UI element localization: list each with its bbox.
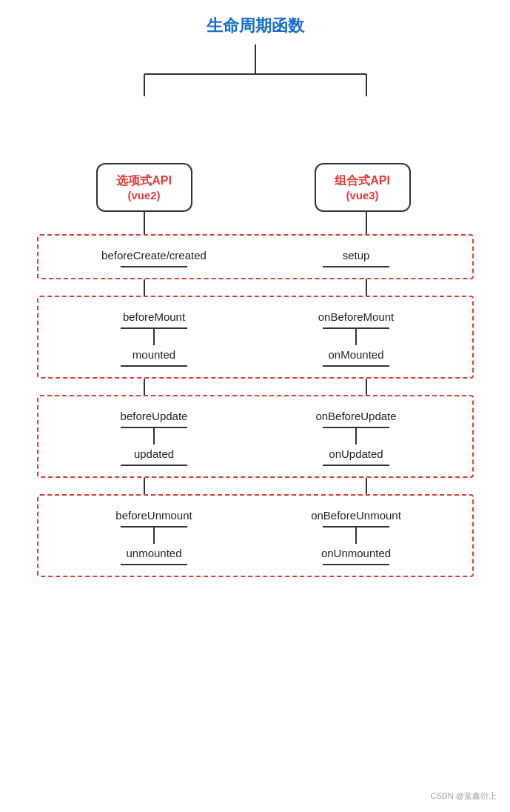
left-api-wrapper: 选项式API (vue2)	[37, 163, 252, 212]
section-2-left-label1: beforeMount	[123, 307, 185, 326]
section-2-left-col2: mounted	[53, 345, 255, 367]
section-3-row2: updated onUpdated	[53, 445, 457, 466]
section-2-right-col1: onBeforeMount	[255, 307, 457, 345]
section-3-left-vline1	[153, 428, 155, 445]
section-3-left-label1: beforeUpdate	[121, 407, 188, 425]
section-1: beforeCreate/created setup	[37, 234, 474, 279]
section-3-left-col1: beforeUpdate	[53, 407, 255, 445]
section-2-right-label1: onBeforeMount	[318, 307, 395, 326]
section-3-right-label1: onBeforeUpdate	[315, 407, 396, 425]
section-3-right-underline2	[323, 465, 389, 466]
right-api-box: 组合式API (vue3)	[315, 163, 411, 212]
section-1-left-col: beforeCreate/created	[53, 246, 255, 267]
section-1-right-underline	[323, 266, 389, 267]
section-4-left-col2: unmounted	[53, 544, 255, 565]
section-3-left-underline2	[121, 465, 187, 466]
right-api-line1: 组合式API	[331, 173, 395, 189]
left-api-box: 选项式API (vue2)	[96, 163, 192, 212]
section-4-row1: beforeUnmount onBeforeUnmount	[53, 506, 457, 544]
api-to-section1-svg	[37, 212, 474, 234]
page-container: 生命周期函数 选项式API (vue2)	[0, 0, 510, 812]
section-4-right-underline2	[323, 564, 389, 565]
connector-2-3	[37, 379, 474, 395]
section-3-right-label2: onUpdated	[329, 445, 383, 463]
section-4-right-label2: onUnmounted	[321, 544, 391, 562]
section-4-left-col1: beforeUnmount	[53, 506, 255, 544]
section-2-left-label2: mounted	[132, 345, 175, 364]
section-2: beforeMount onBeforeMount mounted onMoun	[37, 296, 474, 379]
diagram: 生命周期函数 选项式API (vue2)	[22, 15, 488, 577]
section-2-left-underline2	[121, 365, 187, 367]
section-3-right-col2: onUpdated	[255, 445, 457, 466]
section-4-right-vline1	[355, 528, 357, 544]
section-1-left-label: beforeCreate/created	[101, 246, 207, 264]
section-2-right-vline1	[355, 329, 357, 345]
connector-3-4	[37, 478, 474, 494]
top-branch-svg	[37, 44, 474, 163]
right-api-line2: (vue3)	[331, 189, 395, 202]
section-1-row: beforeCreate/created setup	[53, 246, 457, 267]
page-title: 生命周期函数	[207, 15, 304, 37]
connector-1-2	[37, 279, 474, 296]
section-3-right-col1: onBeforeUpdate	[255, 407, 457, 445]
section-2-row1: beforeMount onBeforeMount	[53, 307, 457, 345]
right-api-wrapper: 组合式API (vue3)	[252, 163, 474, 212]
section-1-right-label: setup	[343, 246, 370, 264]
section-2-right-label2: onMounted	[328, 345, 383, 364]
section-3-row1: beforeUpdate onBeforeUpdate	[53, 407, 457, 445]
section-4-right-col2: onUnmounted	[255, 544, 457, 565]
section-4-left-underline2	[121, 564, 187, 565]
section-2-right-underline2	[323, 365, 389, 367]
section-4-left-vline1	[153, 528, 155, 544]
section-4-row2: unmounted onUnmounted	[53, 544, 457, 565]
section-3: beforeUpdate onBeforeUpdate updated onUp	[37, 395, 474, 478]
section-1-left-underline	[121, 266, 187, 267]
section-1-right-col: setup	[255, 246, 457, 267]
section-2-right-col2: onMounted	[255, 345, 457, 367]
left-api-line1: 选项式API	[113, 173, 176, 189]
section-3-left-label2: updated	[134, 445, 174, 463]
api-boxes-row: 选项式API (vue2) 组合式API (vue3)	[22, 163, 488, 212]
section-2-left-vline1	[153, 329, 155, 345]
left-api-line2: (vue2)	[113, 189, 176, 202]
section-4-right-col1: onBeforeUnmount	[255, 506, 457, 544]
section-4-right-label1: onBeforeUnmount	[311, 506, 401, 525]
section-4-left-label2: unmounted	[126, 544, 181, 562]
section-2-row2: mounted onMounted	[53, 345, 457, 367]
section-3-right-vline1	[355, 428, 357, 445]
section-3-left-col2: updated	[53, 445, 255, 466]
section-4: beforeUnmount onBeforeUnmount unmounted	[37, 494, 474, 577]
watermark: CSDN @蓝鑫衍上	[431, 791, 497, 802]
section-4-left-label1: beforeUnmount	[115, 506, 192, 525]
section-2-left-col1: beforeMount	[53, 307, 255, 345]
